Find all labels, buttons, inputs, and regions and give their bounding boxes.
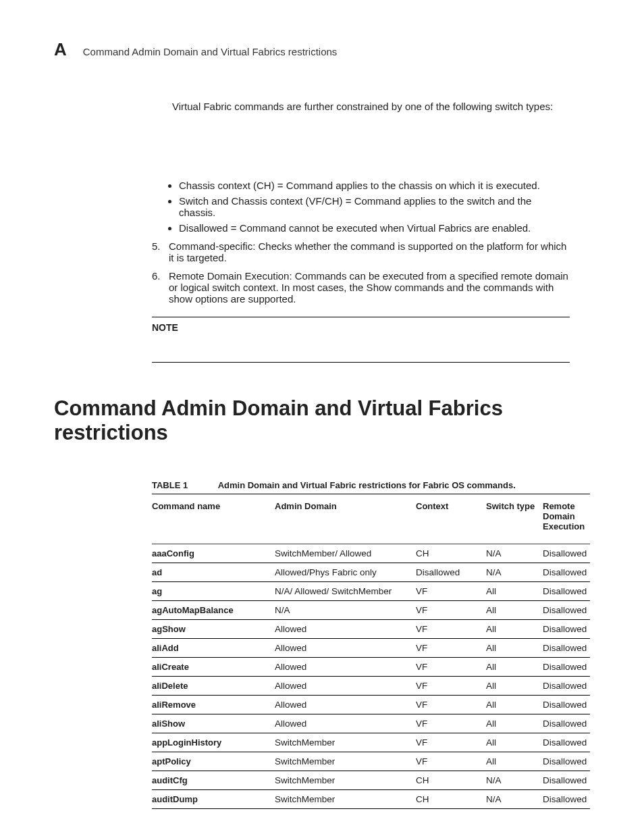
- cell-admin-domain: Allowed/Phys Fabric only: [275, 563, 416, 582]
- cell-switch-type: All: [486, 733, 543, 752]
- cell-remote-domain-execution: Disallowed: [543, 658, 590, 677]
- cell-admin-domain: Allowed: [275, 639, 416, 658]
- cell-context: VF: [416, 696, 486, 714]
- cell-context: CH: [416, 771, 486, 790]
- cell-remote-domain-execution: Disallowed: [543, 752, 590, 771]
- cell-remote-domain-execution: Disallowed: [543, 544, 590, 563]
- col-header-remote-domain-execution: Remote Domain Execution: [543, 498, 590, 544]
- cell-switch-type: All: [486, 677, 543, 696]
- ordered-text: Command-specific: Checks whether the com…: [169, 240, 570, 263]
- cell-command-name: agShow: [152, 620, 275, 639]
- cell-remote-domain-execution: Disallowed: [543, 563, 590, 582]
- cell-context: VF: [416, 620, 486, 639]
- cell-switch-type: All: [486, 696, 543, 714]
- table-caption: TABLE 1 Admin Domain and Virtual Fabric …: [152, 479, 590, 494]
- cell-remote-domain-execution: Disallowed: [543, 714, 590, 733]
- col-header-switch-type: Switch type: [486, 498, 543, 544]
- cell-admin-domain: SwitchMember: [275, 752, 416, 771]
- col-header-admin-domain: Admin Domain: [275, 498, 416, 544]
- cell-command-name: ad: [152, 563, 275, 582]
- cell-admin-domain: SwitchMember: [275, 733, 416, 752]
- cell-admin-domain: Allowed: [275, 658, 416, 677]
- table-row: auditDumpSwitchMemberCHN/ADisallowed: [152, 790, 590, 809]
- cell-context: CH: [416, 790, 486, 809]
- cell-context: VF: [416, 658, 486, 677]
- ordered-number: 6.: [152, 270, 169, 305]
- cell-switch-type: All: [486, 752, 543, 771]
- table-row: adAllowed/Phys Fabric onlyDisallowedN/AD…: [152, 563, 590, 582]
- table-row: aaaConfigSwitchMember/ AllowedCHN/ADisal…: [152, 544, 590, 563]
- cell-switch-type: All: [486, 620, 543, 639]
- note-label: NOTE: [152, 322, 178, 333]
- cell-switch-type: N/A: [486, 790, 543, 809]
- cell-admin-domain: Allowed: [275, 714, 416, 733]
- cell-context: CH: [416, 544, 486, 563]
- cell-command-name: appLoginHistory: [152, 733, 275, 752]
- cell-remote-domain-execution: Disallowed: [543, 582, 590, 601]
- cell-admin-domain: SwitchMember: [275, 790, 416, 809]
- cell-admin-domain: Allowed: [275, 620, 416, 639]
- cell-remote-domain-execution: Disallowed: [543, 733, 590, 752]
- cell-context: VF: [416, 639, 486, 658]
- cell-context: VF: [416, 677, 486, 696]
- cell-context: VF: [416, 752, 486, 771]
- cell-command-name: auditCfg: [152, 771, 275, 790]
- table-row: aptPolicySwitchMemberVFAllDisallowed: [152, 752, 590, 771]
- cell-admin-domain: N/A: [275, 601, 416, 620]
- cell-context: VF: [416, 582, 486, 601]
- cell-command-name: aliAdd: [152, 639, 275, 658]
- note-block: NOTE: [152, 317, 570, 363]
- cell-remote-domain-execution: Disallowed: [543, 771, 590, 790]
- intro-paragraph: Virtual Fabric commands are further cons…: [172, 101, 570, 112]
- table-title: Admin Domain and Virtual Fabric restrict…: [218, 480, 516, 490]
- cell-switch-type: N/A: [486, 771, 543, 790]
- cell-admin-domain: SwitchMember: [275, 771, 416, 790]
- header-letter: A: [54, 39, 67, 60]
- table-row: aliDeleteAllowedVFAllDisallowed: [152, 677, 590, 696]
- table-row: aliCreateAllowedVFAllDisallowed: [152, 658, 590, 677]
- bullet-list: Chassis context (CH) = Command applies t…: [179, 180, 570, 234]
- table-row: aliAddAllowedVFAllDisallowed: [152, 639, 590, 658]
- cell-switch-type: N/A: [486, 544, 543, 563]
- list-item: Disallowed = Command cannot be executed …: [179, 222, 570, 234]
- table-row: aliShowAllowedVFAllDisallowed: [152, 714, 590, 733]
- table-row: agShowAllowedVFAllDisallowed: [152, 620, 590, 639]
- cell-command-name: aaaConfig: [152, 544, 275, 563]
- cell-remote-domain-execution: Disallowed: [543, 677, 590, 696]
- cell-admin-domain: N/A/ Allowed/ SwitchMember: [275, 582, 416, 601]
- cell-command-name: aptPolicy: [152, 752, 275, 771]
- cell-switch-type: N/A: [486, 563, 543, 582]
- table-label: TABLE 1: [152, 480, 188, 490]
- cell-command-name: ag: [152, 582, 275, 601]
- cell-context: Disallowed: [416, 563, 486, 582]
- header-subtitle: Command Admin Domain and Virtual Fabrics…: [83, 46, 338, 57]
- ordered-item: 6. Remote Domain Execution: Commands can…: [152, 270, 570, 305]
- table-row: appLoginHistorySwitchMemberVFAllDisallow…: [152, 733, 590, 752]
- table-row: agAutoMapBalanceN/AVFAllDisallowed: [152, 601, 590, 620]
- cell-switch-type: All: [486, 639, 543, 658]
- restrictions-table: Command name Admin Domain Context Switch…: [152, 498, 590, 809]
- cell-context: VF: [416, 733, 486, 752]
- cell-switch-type: All: [486, 582, 543, 601]
- cell-command-name: agAutoMapBalance: [152, 601, 275, 620]
- cell-switch-type: All: [486, 601, 543, 620]
- cell-remote-domain-execution: Disallowed: [543, 790, 590, 809]
- table-row: aliRemoveAllowedVFAllDisallowed: [152, 696, 590, 714]
- cell-command-name: aliShow: [152, 714, 275, 733]
- table-row: auditCfgSwitchMemberCHN/ADisallowed: [152, 771, 590, 790]
- ordered-number: 5.: [152, 240, 169, 263]
- cell-context: VF: [416, 714, 486, 733]
- cell-command-name: aliCreate: [152, 658, 275, 677]
- cell-switch-type: All: [486, 658, 543, 677]
- ordered-text: Remote Domain Execution: Commands can be…: [169, 270, 570, 305]
- cell-admin-domain: Allowed: [275, 696, 416, 714]
- cell-context: VF: [416, 601, 486, 620]
- col-header-context: Context: [416, 498, 486, 544]
- cell-remote-domain-execution: Disallowed: [543, 696, 590, 714]
- cell-command-name: auditDump: [152, 790, 275, 809]
- table-row: agN/A/ Allowed/ SwitchMemberVFAllDisallo…: [152, 582, 590, 601]
- list-item: Switch and Chassis context (VF/CH) = Com…: [179, 195, 570, 218]
- ordered-item: 5. Command-specific: Checks whether the …: [152, 240, 570, 263]
- cell-command-name: aliRemove: [152, 696, 275, 714]
- cell-switch-type: All: [486, 714, 543, 733]
